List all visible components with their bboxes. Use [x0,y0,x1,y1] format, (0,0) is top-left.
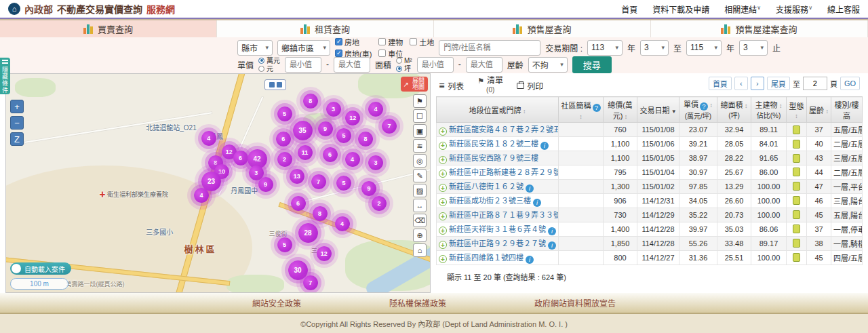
prev-page-button[interactable]: ‹ [734,77,748,90]
listing-cluster-marker[interactable]: 8 [358,132,373,146]
cart-button[interactable]: ⚑清單 (0) [477,77,503,94]
column-header[interactable]: 樓別/樓高 [831,97,863,123]
listing-cluster-marker[interactable]: 5 [277,106,292,121]
locate-icon[interactable]: ◎ [413,154,427,168]
expand-row-icon[interactable] [439,241,447,249]
listing-cluster-marker[interactable]: 5 [277,237,292,252]
column-header[interactable]: 屋齡 [807,97,831,123]
help-icon[interactable] [700,102,708,111]
zoom-out-button[interactable]: − [10,116,24,130]
listing-cluster-marker[interactable]: 7 [382,119,397,134]
column-header[interactable]: 主建物 佔比(%) [751,97,787,123]
footer-link[interactable]: 網站安全政策 [252,297,301,309]
collapse-conditions-tab[interactable]: 隱藏條件 [0,58,10,94]
expand-row-icon[interactable] [439,184,447,192]
listing-cluster-marker[interactable]: 2 [277,152,292,167]
listing-address-link[interactable]: 新莊區四維路１號四樓 [449,254,524,262]
eraser-icon[interactable]: ⌫ [413,214,427,227]
top-nav-item[interactable]: 支援服務∨ [776,3,812,15]
listing-cluster-marker[interactable]: 4 [335,216,350,231]
listing-cluster-marker[interactable]: 12 [317,246,332,261]
property-type-checkbox[interactable]: 房地 [335,37,372,47]
listing-address-link[interactable]: 新莊區民安西路７９號三樓 [449,154,538,162]
listing-cluster-marker[interactable]: 11 [298,145,313,160]
query-tab[interactable]: 預售屋建案查詢 [651,20,868,37]
area-max-input[interactable] [466,57,502,73]
listing-cluster-marker[interactable]: 3 [368,155,383,170]
month-from-select[interactable]: 3 [640,40,669,56]
district-select[interactable]: 鄉鎮市區 [277,40,330,56]
listing-cluster-marker[interactable]: 3 [326,102,341,117]
listing-cluster-marker[interactable]: 35 [293,121,313,140]
year-from-select[interactable]: 113 [587,40,623,56]
area-hatch-icon[interactable]: ▨ [413,184,427,197]
column-header[interactable]: 單價 (萬元/坪) [679,97,717,123]
column-header[interactable]: 地段位置或門牌 [437,97,559,123]
area-min-input[interactable] [417,57,454,73]
query-tab[interactable]: 租賃查詢 [217,20,434,37]
expand-map-button[interactable]: ↗ 展開地圖 [401,77,428,92]
info-icon[interactable] [533,199,541,207]
listing-cluster-marker[interactable]: 4 [201,131,216,146]
listing-cluster-marker[interactable]: 4 [345,152,360,167]
page-number-input[interactable] [803,77,827,90]
listing-cluster-marker[interactable]: 4 [368,102,383,117]
listing-cluster-marker[interactable]: 8 [303,94,318,109]
info-icon[interactable] [540,142,549,150]
footer-link[interactable]: 政府網站資料開放宣告 [534,297,616,309]
listing-address-link[interactable]: 新莊區中正路８７１巷９弄３３號五樓 [449,211,559,219]
listing-cluster-marker[interactable]: 2 [372,196,387,211]
info-icon[interactable] [526,256,534,264]
listing-cluster-marker[interactable]: 7 [303,275,318,290]
info-icon[interactable] [526,184,534,193]
top-nav-item[interactable]: 首頁 [621,3,637,15]
map-layer-toggle[interactable] [264,79,286,90]
expand-row-icon[interactable] [439,212,447,220]
landmark-icon[interactable]: ⌂ [413,243,427,257]
listing-cluster-marker[interactable]: 6 [233,151,248,165]
zoom-rect-icon[interactable]: ▣ [413,124,427,138]
column-header[interactable]: 交易日期 [637,97,679,123]
go-button[interactable]: GO [840,77,860,90]
expand-row-icon[interactable] [439,142,447,150]
help-icon[interactable] [593,104,601,112]
listing-address-link[interactable]: 新莊區成功街２３號三樓 [449,197,531,205]
area-ping-radio[interactable]: 坪 [396,65,412,73]
query-tab[interactable]: 買賣查詢 [0,20,217,37]
column-header[interactable]: 型態 [787,97,807,123]
listing-address-link[interactable]: 新莊區中正路新建巷２８弄２９號二樓 [449,168,559,176]
listing-cluster-marker[interactable]: 4 [194,188,209,203]
layers-icon[interactable]: ≋ [413,139,427,153]
listing-cluster-marker[interactable]: 9 [361,181,376,196]
expand-row-icon[interactable] [439,255,447,263]
listing-address-link[interactable]: 新莊區八德街１６２號 [449,182,524,191]
expand-row-icon[interactable] [439,227,447,235]
month-to-select[interactable]: 3 [739,40,768,56]
listing-cluster-marker[interactable]: 6 [323,147,338,162]
age-select[interactable]: 不拘 [528,57,568,73]
query-tab[interactable]: 預售屋查詢 [434,20,651,37]
listing-cluster-marker[interactable]: 9 [258,177,273,192]
auto-load-toggle[interactable]: 自動載入案件 [10,262,71,275]
expand-row-icon[interactable] [439,170,447,178]
column-header[interactable]: 總面積 (坪) [717,97,751,123]
listing-cluster-marker[interactable]: 13 [290,169,304,184]
draw-icon[interactable]: ✎ [413,169,427,182]
listing-address-link[interactable]: 新莊區天祥街３１巷６弄４號 [449,225,546,233]
top-nav-item[interactable]: 相關連結∨ [724,3,761,15]
pin-query-icon[interactable]: ⊕ [413,229,427,242]
rect-select-icon[interactable]: ☐ [413,109,427,123]
listing-cluster-marker[interactable]: 6 [291,196,306,211]
footer-link[interactable]: 隱私權保護政策 [389,297,446,309]
first-page-button[interactable]: 首頁 [709,77,732,90]
listing-address-link[interactable]: 新莊區中正路９２９巷２７號 [449,239,546,248]
property-type-checkbox[interactable]: 土地 [410,37,434,47]
info-icon[interactable] [548,241,556,250]
unit-wan-radio[interactable]: 萬元 [258,57,280,64]
measure-icon[interactable]: ↔ [413,199,427,212]
listing-cluster-marker[interactable]: 9 [318,121,333,136]
column-header[interactable]: 社區簡稱 [559,97,604,123]
address-search-input[interactable] [439,40,540,56]
result-map[interactable]: 樹林區 丹鳳 北捷迴龍站_O21 衛生福利部樂生療養院 丹鳳國中 三多國小 三俊… [5,73,431,293]
unit-yuan-radio[interactable]: 元 [258,65,280,73]
